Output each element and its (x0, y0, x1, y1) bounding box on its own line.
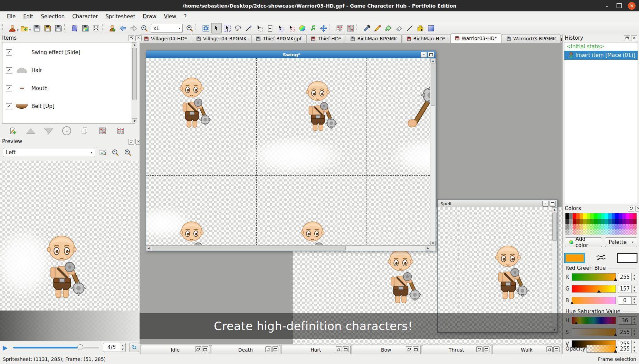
document-tab[interactable]: RichMan-RPGMK (346, 34, 401, 43)
palette-color[interactable] (633, 219, 637, 224)
palette-color[interactable] (619, 229, 622, 235)
toolbar-grip[interactable] (2, 24, 6, 32)
document-tab[interactable]: Warrior03-RPGMK (502, 34, 561, 43)
palette-color[interactable] (598, 213, 601, 219)
palette-color[interactable] (619, 219, 622, 224)
palette-color[interactable] (580, 213, 583, 219)
spin-up-icon[interactable]: ▲ (632, 345, 637, 349)
close-icon[interactable]: ✕ (628, 2, 636, 10)
zoom-out-icon[interactable] (139, 23, 150, 33)
maximize-animation-icon[interactable] (202, 346, 208, 352)
slider-handle[interactable] (597, 290, 601, 293)
magic-wand-tool-icon[interactable] (243, 23, 254, 33)
frames-grid-icon[interactable] (345, 23, 356, 33)
palette-color[interactable] (629, 219, 633, 224)
float-panel-icon[interactable] (128, 35, 134, 41)
palette-color[interactable] (587, 213, 590, 219)
document-tab[interactable]: Villager04-HD* (140, 34, 191, 43)
item-visibility-checkbox[interactable] (6, 67, 12, 73)
document-tab[interactable]: RichMan-HD* (402, 34, 450, 43)
palette-dropdown[interactable]: Palette ▾ (605, 237, 637, 247)
palette-color[interactable] (565, 229, 569, 235)
palette-color[interactable] (583, 219, 586, 224)
color-slider[interactable] (572, 285, 616, 293)
random-character-icon[interactable] (90, 23, 101, 33)
gradient-tool-icon[interactable] (426, 23, 436, 33)
zoom-level-select[interactable]: x1▾ (151, 24, 183, 33)
palette-color[interactable] (612, 219, 615, 224)
menu-item[interactable]: Draw (140, 12, 160, 21)
add-color-button[interactable]: Add color (565, 237, 602, 247)
window-minimize-icon[interactable]: – (421, 52, 427, 58)
restore-icon[interactable] (616, 2, 623, 10)
duplicate-item-icon[interactable] (79, 126, 90, 136)
palette-color[interactable] (590, 224, 594, 229)
minimize-icon[interactable]: – (603, 2, 611, 10)
new-character-icon[interactable]: NEW (7, 23, 18, 33)
slider-handle[interactable] (614, 350, 617, 353)
secondary-swatch[interactable] (617, 253, 637, 263)
line-tool-icon[interactable] (404, 23, 415, 33)
palette-color[interactable] (587, 219, 590, 224)
palette-color[interactable] (622, 224, 626, 229)
window-minimize-icon[interactable]: – (542, 201, 549, 207)
scroll-down-icon[interactable]: ▼ (430, 241, 436, 246)
move-item-down-icon[interactable] (44, 126, 54, 136)
frame-slider[interactable] (13, 344, 99, 351)
play-icon[interactable]: ▶ (0, 344, 10, 351)
spin-down-icon[interactable]: ▼ (632, 349, 637, 353)
palette-color[interactable] (590, 229, 594, 235)
palette-color[interactable] (594, 213, 597, 219)
document-tab[interactable]: Warrior03-HD* (450, 33, 502, 43)
save-all-icon[interactable] (53, 23, 64, 33)
palette-color[interactable] (590, 219, 594, 224)
float-animation-icon[interactable] (406, 346, 412, 352)
item-visibility-checkbox[interactable] (6, 85, 12, 91)
open-file-dropdown-icon[interactable]: ▾ (29, 28, 31, 32)
palette-color[interactable] (573, 219, 576, 224)
animation-tab[interactable]: Thrust (422, 345, 491, 354)
color-sphere-icon[interactable] (297, 23, 307, 33)
swing-vertical-scrollbar[interactable]: ▲ ▼ (430, 58, 436, 246)
swing-canvas[interactable] (146, 58, 430, 245)
add-item-icon[interactable] (8, 126, 18, 136)
palette-color[interactable] (587, 224, 590, 229)
maximize-animation-icon[interactable] (413, 346, 419, 352)
eyedropper-icon[interactable] (361, 23, 372, 33)
palette-color[interactable] (604, 224, 608, 229)
palette-color[interactable] (608, 229, 612, 235)
move-selection-tool-icon[interactable] (254, 23, 265, 33)
palette-color[interactable] (598, 224, 601, 229)
color-slider[interactable] (572, 273, 616, 281)
palette-color[interactable] (601, 229, 604, 235)
opacity-spinbox[interactable]: 255 ▲▼ (618, 345, 637, 353)
palette-color[interactable] (629, 229, 633, 235)
maximize-animation-icon[interactable] (343, 346, 349, 352)
new-character-dropdown-icon[interactable]: ▾ (17, 28, 19, 32)
animation-tab[interactable]: Walk (492, 345, 562, 354)
direction-select[interactable]: Left ▾ (3, 148, 95, 157)
frame-select-tool-icon[interactable] (275, 23, 286, 33)
float-animation-icon[interactable] (546, 346, 553, 352)
history-entry[interactable]: Insert item [Mace (01)] (564, 51, 638, 60)
remove-item-icon[interactable]: – (61, 126, 72, 136)
scroll-up-icon[interactable]: ▲ (430, 58, 436, 63)
item-row[interactable]: Hair (6, 66, 134, 75)
scroll-down-icon[interactable]: ▼ (132, 118, 137, 123)
frame-spinner[interactable]: 4/5 ▲▼ (103, 343, 126, 352)
item-row[interactable]: Swing effect [Side] (6, 48, 134, 57)
history-entry[interactable]: <Initial state> (564, 42, 638, 51)
palette-color[interactable] (583, 213, 586, 219)
palette-color[interactable] (576, 219, 580, 224)
merge-items-icon[interactable] (97, 126, 108, 136)
menu-item[interactable]: ? (180, 12, 190, 21)
palette-color[interactable] (594, 224, 597, 229)
document-tab[interactable]: Villager04-RPGMK (192, 34, 251, 43)
palette-color[interactable] (576, 229, 580, 235)
spin-down-icon[interactable]: ▼ (632, 289, 637, 293)
float-animation-icon[interactable] (195, 346, 201, 352)
resize-canvas-icon[interactable] (318, 23, 329, 33)
spin-up-icon[interactable]: ▲ (632, 273, 637, 277)
palette-color[interactable] (590, 213, 594, 219)
spell-window[interactable]: Spell – ▲ ▼ (437, 199, 557, 333)
